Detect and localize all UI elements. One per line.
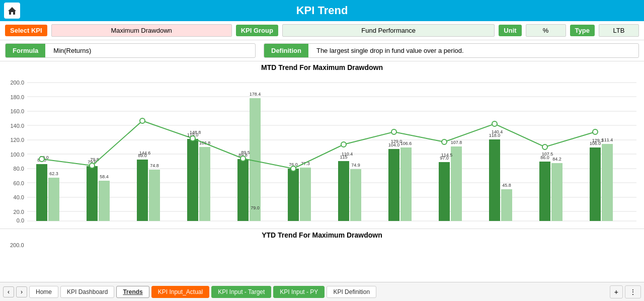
bar-actual-jan — [36, 164, 47, 221]
tab-home[interactable]: Home — [29, 286, 58, 298]
svg-text:0.0: 0.0 — [17, 217, 24, 223]
add-tab-button[interactable]: + — [610, 285, 623, 298]
tab-kpi-input-py[interactable]: KPI Input - PY — [273, 286, 325, 298]
bar-actual-may — [237, 159, 249, 221]
svg-text:107.5: 107.5 — [542, 152, 553, 157]
kpi-selection-row: Select KPI Maximum Drawdown KPI Group Fu… — [0, 21, 644, 40]
svg-text:80.0: 80.0 — [14, 166, 24, 172]
bar-py-nov — [551, 163, 562, 221]
svg-text:114.5: 114.5 — [441, 153, 453, 158]
unit-value[interactable]: % — [526, 24, 566, 37]
target-marker-may — [240, 156, 246, 161]
target-marker-aug — [391, 129, 396, 134]
ytd-chart-title: YTD Trend For Maximum Drawdown — [5, 231, 639, 239]
mtd-chart-container: MTD Trend For Maximum Drawdown 200.0 180… — [0, 61, 644, 228]
svg-text:200.0: 200.0 — [10, 80, 24, 86]
target-marker-jul — [341, 142, 346, 147]
tab-kpi-dashboard[interactable]: KPI Dashboard — [60, 286, 114, 298]
svg-text:144.6: 144.6 — [139, 150, 151, 156]
svg-text:62.3: 62.3 — [49, 171, 58, 176]
tab-kpi-definition[interactable]: KPI Definition — [327, 286, 376, 298]
svg-text:84.2: 84.2 — [552, 157, 561, 162]
bar-py-oct — [501, 189, 512, 221]
bar-actual-oct — [489, 139, 500, 221]
bar-actual-feb — [87, 166, 98, 221]
svg-text:107.8: 107.8 — [451, 140, 462, 145]
target-marker-dec — [593, 129, 598, 134]
bar-py-sep — [451, 146, 462, 221]
ytd-chart-container: YTD Trend For Maximum Drawdown 200.0 — [0, 229, 644, 249]
type-label: Type — [570, 25, 595, 36]
tab-trends[interactable]: Trends — [116, 286, 149, 298]
svg-text:148.8: 148.8 — [190, 130, 201, 135]
bar-actual-apr — [187, 139, 198, 221]
svg-text:180.0: 180.0 — [10, 94, 24, 100]
info-row: Formula Min(Returns) Definition The larg… — [0, 40, 644, 61]
bar-actual-nov — [539, 162, 550, 221]
bar-py-apr — [199, 147, 210, 221]
bar-actual-sep — [439, 162, 450, 221]
kpi-group-label: KPI Group — [236, 25, 278, 36]
bottom-bar: ‹ › Home KPI Dashboard Trends KPI Input_… — [0, 282, 644, 301]
nav-next-button[interactable]: › — [16, 286, 27, 297]
bar-py-aug — [400, 147, 412, 221]
bar-actual-jul — [338, 161, 349, 221]
formula-text: Min(Returns) — [45, 44, 99, 57]
target-marker-feb — [90, 163, 95, 168]
definition-text: The largest single drop in fund value ov… — [308, 44, 472, 57]
bar-actual-aug — [388, 149, 399, 221]
target-marker-mar — [140, 118, 145, 123]
kpi-group-value[interactable]: Fund Performance — [282, 24, 495, 37]
svg-text:74.8: 74.8 — [150, 163, 159, 168]
formula-label: Formula — [6, 44, 45, 57]
svg-text:45.8: 45.8 — [502, 183, 511, 188]
bar-py-mar — [149, 170, 160, 221]
bar-py-feb — [99, 181, 110, 221]
header: KPI Trend — [0, 0, 644, 21]
svg-text:79.8: 79.8 — [90, 157, 99, 162]
mtd-chart-svg: 200.0 180.0 160.0 140.0 120.0 100.0 80.0… — [5, 73, 639, 224]
svg-text:58.4: 58.4 — [100, 174, 109, 179]
mtd-chart-title: MTD Trend For Maximum Drawdown — [5, 63, 639, 71]
unit-label: Unit — [499, 25, 521, 36]
tab-kpi-input-target[interactable]: KPI Input - Target — [211, 286, 271, 298]
bar-py-may — [250, 98, 261, 221]
target-marker-apr — [190, 136, 195, 141]
svg-text:120.0: 120.0 — [10, 137, 24, 143]
select-kpi-label: Select KPI — [5, 25, 47, 36]
target-marker-oct — [492, 121, 497, 126]
svg-text:160.0: 160.0 — [10, 108, 24, 114]
svg-text:89.5: 89.5 — [241, 150, 250, 155]
type-value[interactable]: LTB — [599, 24, 639, 37]
page-title: KPI Trend — [296, 4, 348, 17]
svg-text:79.0: 79.0 — [251, 205, 260, 210]
nav-prev-button[interactable]: ‹ — [3, 286, 14, 297]
svg-text:74.9: 74.9 — [351, 163, 360, 168]
tab-kpi-input-actual[interactable]: KPI Input_Actual — [151, 286, 209, 298]
svg-text:129.3: 129.3 — [592, 138, 604, 143]
definition-label: Definition — [264, 44, 308, 57]
bar-actual-jun — [288, 169, 299, 221]
svg-text:129.0: 129.0 — [391, 139, 403, 144]
bar-py-jun — [300, 168, 311, 221]
formula-box: Formula Min(Returns) — [5, 43, 256, 58]
definition-box: Definition The largest single drop in fu… — [264, 43, 639, 58]
more-options-button[interactable]: ⋮ — [625, 285, 641, 298]
svg-text:110.4: 110.4 — [342, 152, 353, 157]
bar-py-dec — [602, 144, 613, 221]
target-marker-jun — [291, 166, 296, 171]
ytd-y-label: 200.0 — [5, 241, 639, 248]
svg-text:140.4: 140.4 — [492, 129, 503, 134]
bar-actual-mar — [137, 160, 148, 221]
target-line — [42, 121, 595, 169]
bar-py-jul — [350, 169, 361, 221]
target-marker-sep — [442, 139, 447, 144]
svg-text:100.0: 100.0 — [10, 152, 24, 158]
home-icon[interactable] — [4, 3, 20, 19]
svg-text:40.0: 40.0 — [14, 194, 24, 200]
svg-text:60.0: 60.0 — [14, 180, 24, 186]
svg-text:140.0: 140.0 — [10, 123, 24, 129]
target-marker-jan — [39, 157, 44, 162]
kpi-value[interactable]: Maximum Drawdown — [51, 24, 232, 37]
bar-py-jan — [48, 178, 59, 221]
